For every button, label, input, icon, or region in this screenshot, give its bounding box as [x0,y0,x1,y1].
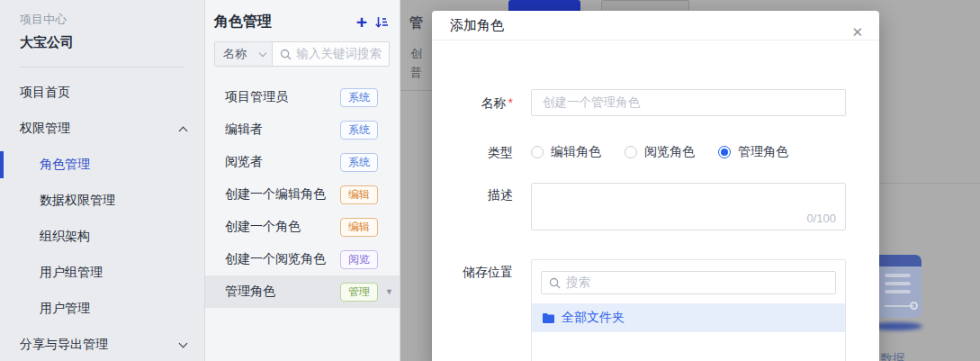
sidebar-item-label: 权限管理 [20,121,70,137]
role-list-item[interactable]: 创建一个编辑角色 编辑 [205,178,400,211]
role-list-item[interactable]: 阅览者 系统 [205,146,400,178]
sidebar-item-label: 角色管理 [40,157,90,173]
chevron-icon [179,339,188,348]
description-textarea[interactable]: 0/100 [531,183,846,230]
role-name: 创建一个阅览角色 [225,251,326,267]
radio-circle-icon [625,146,637,158]
background-primary-button [508,0,580,11]
role-type-badge: 系统 [340,153,378,172]
search-icon [280,49,292,60]
sidebar-item[interactable]: 分享与导出管理 [0,327,204,361]
app-screen: 项目中心 大宝公司 项目首页 权限管理 角色管理 数据权限管理 组织架构 用户组… [0,0,980,361]
radio-circle-icon [531,146,544,158]
role-type-badge: 阅览 [340,250,378,269]
role-name: 项目管理员 [225,89,288,105]
role-type-badge: 系统 [340,121,378,140]
search-field-select[interactable]: 名称 [215,42,273,66]
role-type-radio[interactable]: 管理角色 [718,144,788,160]
chevron-down-icon [258,49,265,56]
role-type-badge: 管理 [340,283,378,302]
sidebar-item[interactable]: 项目首页 [0,75,204,111]
add-role-icon[interactable]: + [356,14,367,31]
role-search-input[interactable]: 输入关键词搜索 [273,42,390,66]
dialog-header: 添加角色 [432,11,879,41]
sidebar-item[interactable]: 用户组管理 [0,255,204,291]
folder-icon [542,312,555,324]
sidebar: 项目中心 大宝公司 项目首页 权限管理 角色管理 数据权限管理 组织架构 用户组… [0,0,205,361]
type-field-label: 类型 [432,145,513,161]
role-type-badge: 编辑 [340,185,378,204]
role-list-item[interactable]: 管理角色 管理 ▼ [205,275,400,308]
folder-search-input[interactable]: 搜索 [541,271,836,294]
role-type-radio[interactable]: 阅览角色 [625,144,695,160]
role-name: 阅览者 [225,154,263,170]
location-field-label: 储存位置 [432,265,513,281]
radio-label: 编辑角色 [551,144,601,160]
panel-title: 角色管理 [214,13,272,32]
project-center-label: 项目中心 [20,12,184,28]
name-input-placeholder: 创建一个管理角色 [543,95,640,111]
role-name: 编辑者 [225,122,263,138]
sidebar-item-label: 组织架构 [40,229,90,245]
background-clipped-text: 普 [410,65,430,81]
background-clipped-text: 创 [410,46,430,62]
sidebar-item-label: 分享与导出管理 [20,337,108,353]
background-caption: 数据 [880,351,905,361]
storage-location-panel: 搜索 全部文件夹 [531,259,846,361]
role-type-radio[interactable]: 编辑角色 [531,144,601,160]
radio-circle-icon [718,146,731,158]
folder-tree-item[interactable]: 全部文件夹 [532,303,845,332]
radio-label: 管理角色 [738,144,788,160]
character-counter: 0/100 [806,212,836,225]
sidebar-item[interactable]: 用户管理 [0,291,204,327]
background-clipped-title: 管 [409,14,431,32]
background-divider [400,90,432,91]
role-list-item[interactable]: 创建一个角色 编辑 [205,211,400,243]
description-field-label: 描述 [432,187,513,203]
role-management-panel: 角色管理 + 名称 输入关键词搜索 项目管理员 系统 编辑者 系统 [205,0,400,361]
search-placeholder: 输入关键词搜索 [297,46,382,62]
search-field-selected-value: 名称 [223,46,247,62]
add-role-dialog: 添加角色 ✕ 名称* 创建一个管理角色 类型 编辑角色 阅览角色 管理角色 描述… [432,11,879,361]
radio-label: 阅览角色 [644,144,695,160]
name-field-label: 名称* [432,95,513,112]
chevron-icon [179,126,188,135]
background-illustration-card [877,255,922,318]
role-search-group: 名称 输入关键词搜索 [214,41,390,67]
role-type-badge: 系统 [340,88,378,107]
sidebar-divider [20,67,184,68]
role-name: 创建一个编辑角色 [225,186,326,203]
close-icon[interactable]: ✕ [851,25,863,39]
sidebar-item-label: 项目首页 [20,85,70,101]
sidebar-item-label: 用户管理 [40,301,90,317]
role-list-item[interactable]: 项目管理员 系统 [205,81,400,113]
folder-search-placeholder: 搜索 [566,275,590,291]
role-name-input[interactable]: 创建一个管理角色 [531,89,846,116]
role-list-item[interactable]: 编辑者 系统 [205,113,400,146]
caret-down-icon[interactable]: ▼ [385,287,393,296]
role-list-item[interactable]: 创建一个阅览角色 阅览 [205,243,400,275]
illustration-card-header [877,255,922,266]
illustration-slider-knob [910,302,918,310]
sidebar-item[interactable]: 权限管理 [0,111,204,147]
company-name[interactable]: 大宝公司 [20,34,184,51]
role-type-radio-group: 编辑角色 阅览角色 管理角色 [531,144,788,160]
sidebar-nav: 项目首页 权限管理 角色管理 数据权限管理 组织架构 用户组管理 用户管理 分享… [0,75,204,361]
required-asterisk: * [508,95,513,110]
background-divider [879,183,980,184]
sidebar-item[interactable]: 角色管理 [0,147,204,183]
sidebar-item[interactable]: 组织架构 [0,219,204,255]
sidebar-item-label: 用户组管理 [40,265,103,281]
role-name: 管理角色 [225,284,275,300]
role-list: 项目管理员 系统 编辑者 系统 阅览者 系统 创建一个编辑角色 编辑 创建一个角… [205,81,400,308]
dialog-title: 添加角色 [450,17,504,34]
sidebar-item-label: 数据权限管理 [40,193,115,209]
background-secondary-button [601,0,689,10]
role-name: 创建一个角色 [225,219,301,235]
sort-icon[interactable] [375,15,389,29]
sidebar-item[interactable]: 数据权限管理 [0,183,204,219]
folder-item-label: 全部文件夹 [562,310,625,326]
role-type-badge: 编辑 [340,218,378,237]
search-icon [549,277,561,289]
